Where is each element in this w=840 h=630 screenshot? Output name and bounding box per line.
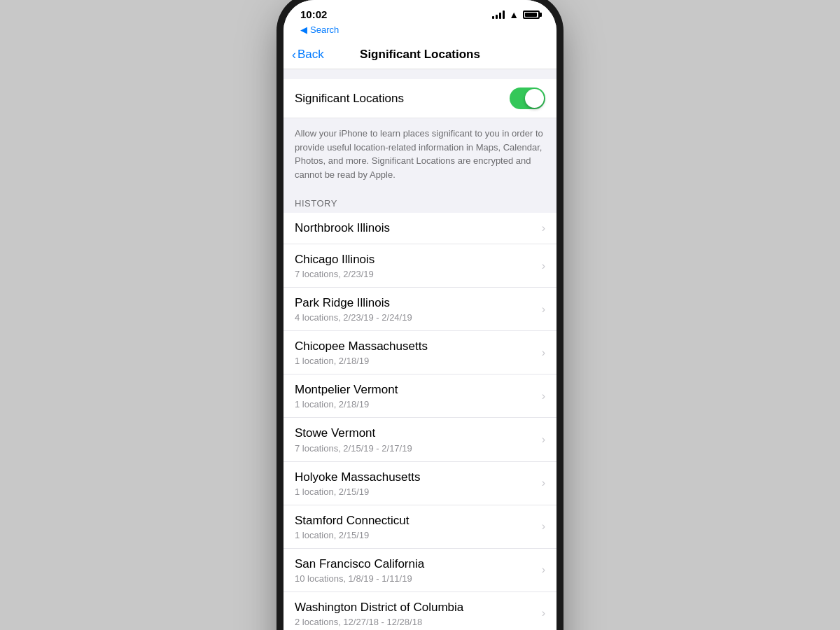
chevron-right-icon: › xyxy=(542,260,545,272)
battery-icon xyxy=(523,10,540,19)
list-item-subtitle: 1 location, 2/18/19 xyxy=(295,399,536,410)
toggle-knob xyxy=(525,89,544,108)
list-item-content: Northbrook Illinois xyxy=(295,220,536,236)
section-spacer xyxy=(284,69,556,79)
back-button[interactable]: ‹ Back xyxy=(292,48,324,62)
list-item-subtitle: 4 locations, 2/23/19 - 2/24/19 xyxy=(295,312,536,323)
status-bar: 10:02 ▲ xyxy=(284,0,556,23)
chevron-right-icon: › xyxy=(542,222,545,234)
list-item[interactable]: Holyoke Massachusetts1 location, 2/15/19… xyxy=(284,462,556,505)
significant-locations-toggle[interactable] xyxy=(510,88,545,109)
chevron-right-icon: › xyxy=(542,433,545,446)
list-item-title: Stowe Vermont xyxy=(295,426,536,441)
list-item[interactable]: Park Ridge Illinois4 locations, 2/23/19 … xyxy=(284,288,556,331)
chevron-right-icon: › xyxy=(542,303,545,316)
list-item-content: Chicopee Massachusetts1 location, 2/18/1… xyxy=(295,339,536,366)
significant-locations-toggle-row[interactable]: Significant Locations xyxy=(284,79,556,118)
description-text: Allow your iPhone to learn places signif… xyxy=(295,127,545,181)
list-item-content: Montpelier Vermont1 location, 2/18/19 xyxy=(295,382,536,410)
nav-bar: ‹ Back Significant Locations xyxy=(284,41,556,69)
list-item-content: Washington District of Columbia2 locatio… xyxy=(295,600,536,627)
chevron-right-icon: › xyxy=(542,520,545,533)
chevron-right-icon: › xyxy=(542,607,545,620)
list-item-content: Stowe Vermont7 locations, 2/15/19 - 2/17… xyxy=(295,426,536,453)
back-chevron-icon: ‹ xyxy=(292,48,296,62)
list-item-content: Chicago Illinois7 locations, 2/23/19 xyxy=(295,252,536,279)
list-item[interactable]: Stamford Connecticut1 location, 2/15/19› xyxy=(284,505,556,549)
content-area: Significant Locations Allow your iPhone … xyxy=(284,69,556,630)
location-list: Northbrook Illinois›Chicago Illinois7 lo… xyxy=(284,213,556,630)
chevron-right-icon: › xyxy=(542,477,545,489)
phone-frame: 10:02 ▲ ◀ Search ‹ Back Significant Loca… xyxy=(284,0,556,630)
toggle-label: Significant Locations xyxy=(295,92,404,106)
list-item-subtitle: 2 locations, 12/27/18 - 12/28/18 xyxy=(295,617,536,627)
list-item[interactable]: San Francisco California10 locations, 1/… xyxy=(284,549,556,592)
list-item[interactable]: Chicago Illinois7 locations, 2/23/19› xyxy=(284,244,556,288)
list-item-subtitle: 1 location, 2/15/19 xyxy=(295,530,536,540)
list-item-subtitle: 10 locations, 1/8/19 - 1/11/19 xyxy=(295,573,536,584)
search-bar: ◀ Search xyxy=(284,23,556,41)
list-item-title: Park Ridge Illinois xyxy=(295,295,536,311)
list-item[interactable]: Washington District of Columbia2 locatio… xyxy=(284,592,556,630)
chevron-right-icon: › xyxy=(542,564,545,576)
list-item-title: Montpelier Vermont xyxy=(295,382,536,398)
list-item-subtitle: 1 location, 2/15/19 xyxy=(295,486,536,497)
list-item-content: Park Ridge Illinois4 locations, 2/23/19 … xyxy=(295,295,536,323)
list-item-title: Stamford Connecticut xyxy=(295,513,536,528)
list-item-subtitle: 7 locations, 2/15/19 - 2/17/19 xyxy=(295,443,536,454)
list-item-subtitle: 7 locations, 2/23/19 xyxy=(295,269,536,279)
list-item[interactable]: Stowe Vermont7 locations, 2/15/19 - 2/17… xyxy=(284,418,556,461)
list-item-title: Chicopee Massachusetts xyxy=(295,339,536,354)
list-item-content: San Francisco California10 locations, 1/… xyxy=(295,556,536,584)
signal-bars-icon xyxy=(492,10,505,19)
status-icons: ▲ xyxy=(492,9,540,20)
list-item-title: Washington District of Columbia xyxy=(295,600,536,615)
list-item[interactable]: Montpelier Vermont1 location, 2/18/19› xyxy=(284,374,556,418)
list-item[interactable]: Northbrook Illinois› xyxy=(284,213,556,244)
history-header: HISTORY xyxy=(284,187,556,213)
back-search-arrow: ◀ xyxy=(300,24,307,35)
status-time: 10:02 xyxy=(300,8,327,20)
list-item-content: Stamford Connecticut1 location, 2/15/19 xyxy=(295,513,536,540)
search-label[interactable]: Search xyxy=(310,24,339,35)
list-item-title: Northbrook Illinois xyxy=(295,220,536,236)
list-item-title: San Francisco California xyxy=(295,556,536,572)
chevron-right-icon: › xyxy=(542,390,545,402)
chevron-right-icon: › xyxy=(542,346,545,359)
list-item-content: Holyoke Massachusetts1 location, 2/15/19 xyxy=(295,470,536,497)
nav-title: Significant Locations xyxy=(360,48,480,62)
list-item-title: Chicago Illinois xyxy=(295,252,536,267)
list-item-title: Holyoke Massachusetts xyxy=(295,470,536,485)
list-item-subtitle: 1 location, 2/18/19 xyxy=(295,356,536,366)
wifi-icon: ▲ xyxy=(509,9,519,20)
list-item[interactable]: Chicopee Massachusetts1 location, 2/18/1… xyxy=(284,331,556,374)
back-label: Back xyxy=(298,48,324,62)
description-box: Allow your iPhone to learn places signif… xyxy=(284,118,556,187)
